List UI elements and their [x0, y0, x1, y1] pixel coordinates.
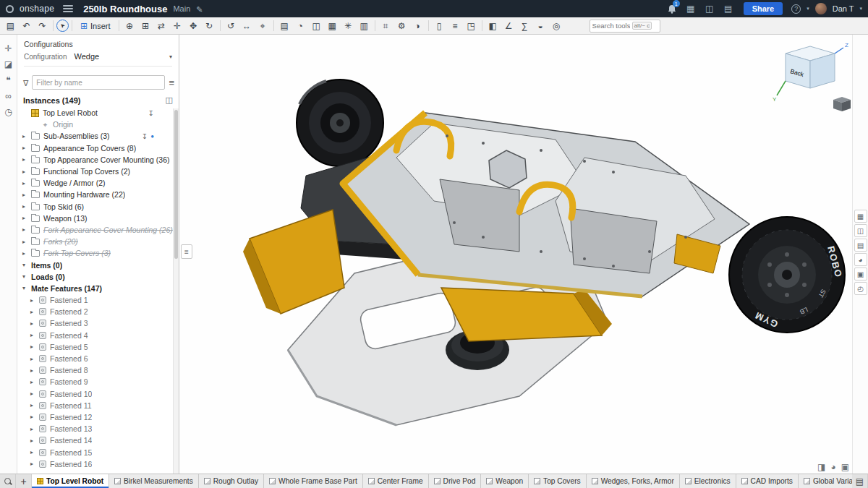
group-icon[interactable]: ⊞ [138, 19, 153, 33]
search-tools-input[interactable] [592, 22, 630, 30]
tree-item[interactable]: ▸Mounting Hardware (22) [17, 189, 179, 200]
panel-scrollbar[interactable] [173, 108, 179, 474]
filter-input[interactable] [32, 75, 165, 90]
chevron-right-icon[interactable]: ▸ [20, 156, 27, 163]
chevron-right-icon[interactable]: ▸ [28, 390, 35, 397]
mate-feature-item[interactable]: ▸Fastened 1 [17, 294, 179, 306]
mate-feature-item[interactable]: ▸Fastened 4 [17, 330, 179, 341]
chevron-right-icon[interactable]: ▸ [28, 461, 35, 467]
tree-item[interactable]: ▸Functional Top Covers (2) [17, 166, 179, 177]
right-wheel[interactable]: ROBO ST GYM LB [729, 217, 845, 333]
filter-icon[interactable] [23, 76, 28, 89]
chevron-right-icon[interactable]: ▸ [28, 402, 35, 408]
sync-icon[interactable]: ↧ [148, 109, 154, 117]
configurations-icon[interactable]: ⚙ [394, 19, 409, 33]
scrollbar-thumb[interactable] [174, 110, 178, 259]
tree-item[interactable]: ▸Fork Appearance Cover Mounting (26) [17, 224, 179, 236]
redo-icon[interactable] [35, 19, 50, 33]
branch-name[interactable]: Main [173, 4, 190, 13]
section-header[interactable]: ▾Loads (0) [17, 271, 179, 283]
onshape-logo-text[interactable]: onshape [20, 4, 54, 14]
list-view-icon[interactable] [169, 76, 174, 89]
tree-item[interactable]: ▸Top Skid (6) [17, 201, 179, 213]
configuration-select[interactable]: Configuration Wedge ▾ [24, 52, 172, 67]
left-wheel[interactable] [297, 80, 383, 166]
display-options-icon[interactable] [830, 462, 835, 472]
hide-show-icon[interactable]: ◎ [549, 19, 564, 33]
robot-model[interactable]: ROBO ST GYM LB [243, 80, 845, 425]
revolve-icon[interactable]: ↺ [224, 19, 239, 33]
tree-item[interactable]: Origin [17, 119, 179, 130]
chevron-down-icon[interactable]: ▾ [20, 285, 27, 291]
section-header[interactable]: ▾Mate Features (147) [17, 283, 179, 294]
mate-feature-item[interactable]: ▸Fastened 13 [17, 423, 179, 435]
tab-rough-outlay[interactable]: Rough Outlay [199, 474, 264, 488]
align-icon[interactable]: ⌖ [255, 19, 271, 33]
undo-icon[interactable] [19, 19, 34, 33]
notifications-bell-icon[interactable]: 1 [665, 3, 678, 14]
chevron-right-icon[interactable]: ▸ [20, 145, 27, 151]
mate-feature-item[interactable]: ▸Fastened 3 [17, 317, 179, 329]
explode-icon[interactable]: ✳ [341, 19, 356, 33]
versions-panel-icon[interactable]: ◴ [854, 282, 867, 295]
user-avatar[interactable] [815, 3, 827, 14]
viewport-canvas[interactable]: ROBO ST GYM LB Back Z Y ▾ [179, 35, 852, 474]
tree-item[interactable]: ▸Sub-Assemblies (3)↧● [17, 130, 179, 142]
chevron-right-icon[interactable]: ▸ [28, 426, 35, 432]
share-button[interactable]: Share [744, 2, 783, 15]
tree-item[interactable]: ▸Weapon (13) [17, 213, 179, 224]
chevron-right-icon[interactable]: ▸ [20, 226, 27, 233]
mate-feature-item[interactable]: ▸Fastened 11 [17, 400, 179, 411]
tab-wedges-forks-armor[interactable]: Wedges, Forks, Armor [587, 474, 680, 488]
sync-icon[interactable]: ↧ [142, 132, 148, 140]
mate-feature-item[interactable]: ▸Fastened 9 [17, 376, 179, 388]
main-menu-icon[interactable] [63, 5, 73, 12]
rename-document-icon[interactable] [196, 2, 203, 15]
chevron-right-icon[interactable]: ▸ [20, 203, 27, 210]
mate-icon[interactable]: ⊕ [122, 19, 137, 33]
chevron-right-icon[interactable]: ▸ [28, 367, 35, 374]
tab-birkel-measurements[interactable]: Birkel Measurements [109, 474, 199, 488]
chevron-right-icon[interactable]: ▸ [20, 239, 27, 245]
replicate-icon[interactable]: ▦ [325, 19, 340, 33]
help-menu-icon[interactable] [791, 4, 801, 14]
learning-center-icon[interactable] [703, 3, 716, 14]
section-view-icon[interactable]: ◧ [485, 19, 501, 33]
panel-collapse-handle[interactable] [181, 244, 192, 259]
mate-feature-item[interactable]: ▸Fastened 10 [17, 388, 179, 400]
mate-feature-item[interactable]: ▸Fastened 12 [17, 411, 179, 423]
mate-feature-item[interactable]: ▸Fastened 6 [17, 353, 179, 364]
screenshot-icon[interactable] [817, 462, 825, 472]
display-mode-dropdown[interactable]: ▾ [833, 97, 852, 111]
bom-panel-icon[interactable]: ▤ [854, 239, 867, 252]
appearance-icon[interactable]: ◒ [533, 19, 548, 33]
select-tool-icon[interactable] [56, 20, 69, 32]
tree-item[interactable]: ▸Forks (20) [17, 236, 179, 247]
notes-icon[interactable]: ≡ [448, 19, 463, 33]
tab-cad-imports[interactable]: CAD Imports [736, 474, 799, 488]
document-title[interactable]: 250lb Roundhouse [83, 4, 167, 14]
chevron-right-icon[interactable]: ▸ [28, 449, 35, 455]
show-hidden-icon[interactable] [166, 95, 173, 105]
tree-item[interactable]: ▸Top Appearance Cover Mounting (36) [17, 154, 179, 166]
graphics-area[interactable]: ROBO ST GYM LB Back Z Y ▾ [179, 35, 852, 474]
tab-whole-frame-base-part[interactable]: Whole Frame Base Part [264, 474, 363, 488]
sheet-icon[interactable]: ▯ [432, 19, 447, 33]
linear-pattern-icon[interactable]: ▤ [277, 19, 292, 33]
snap-mode-icon[interactable]: ✛ [170, 19, 185, 33]
tab-top-covers[interactable]: Top Covers [529, 474, 587, 488]
new-tab-button[interactable] [16, 474, 32, 488]
feedback-icon[interactable] [722, 3, 735, 14]
tab-global-variable-studio[interactable]: Global Variable Studio [799, 474, 852, 488]
circular-pattern-icon[interactable]: ◔ [293, 19, 308, 33]
tab-drive-pod[interactable]: Drive Pod [429, 474, 482, 488]
measure-icon[interactable]: ∠ [501, 19, 516, 33]
appearance-side-panel-icon[interactable]: ◕ [854, 253, 867, 266]
tree-item[interactable]: Top Level Robot↧ [17, 107, 179, 119]
history-panel-icon[interactable]: ◷ [0, 104, 17, 120]
mate-feature-item[interactable]: ▸Fastened 16 [17, 458, 179, 470]
chevron-right-icon[interactable]: ▸ [28, 414, 35, 420]
tab-electronics[interactable]: Electronics [680, 474, 736, 488]
chevron-right-icon[interactable]: ▸ [20, 180, 27, 187]
tab-top-level-robot[interactable]: Top Level Robot [32, 474, 109, 488]
